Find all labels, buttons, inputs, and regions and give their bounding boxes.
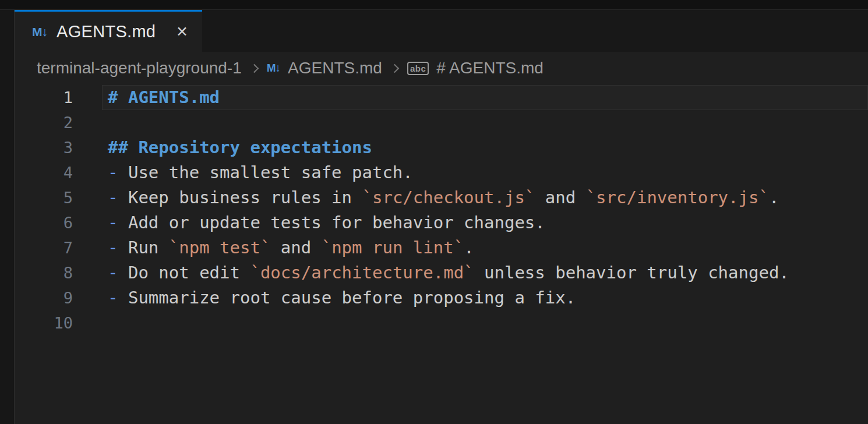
tab-agents-md[interactable]: M↓ AGENTS.md ✕ — [15, 10, 202, 52]
code-segment: Keep business rules in — [118, 188, 362, 207]
line-content[interactable] — [102, 310, 868, 335]
code-segment: and — [535, 188, 585, 207]
code-segment: Use the smallest safe patch. — [118, 162, 412, 182]
code-segment: `npm run lint` — [322, 238, 464, 257]
code-line: 3 ## Repository expectations — [15, 135, 868, 160]
line-number[interactable]: 5 — [15, 185, 73, 210]
line-number[interactable]: 2 — [15, 110, 73, 135]
code-line: 6 - Add or update tests for behavior cha… — [15, 210, 868, 235]
breadcrumb-item-symbol[interactable]: # AGENTS.md — [436, 59, 544, 77]
line-number[interactable]: 10 — [15, 310, 73, 335]
line-content[interactable]: - Summarize root cause before proposing … — [102, 285, 868, 310]
line-number[interactable]: 9 — [15, 285, 73, 310]
line-number[interactable]: 4 — [15, 160, 73, 185]
sidebar-edge — [0, 10, 15, 424]
code-segment: `npm test` — [169, 238, 271, 257]
line-number[interactable]: 6 — [15, 210, 73, 235]
code-segment: `docs/architecture.md` — [250, 263, 474, 282]
breadcrumb-item-file[interactable]: AGENTS.md — [288, 59, 382, 77]
code-segment: # AGENTS.md — [108, 87, 220, 107]
code-segment: - — [108, 238, 118, 257]
code-line: 1 # AGENTS.md — [15, 85, 868, 110]
chevron-right-icon — [390, 63, 400, 73]
code-segment: Summarize root cause before proposing a … — [118, 288, 576, 308]
chevron-right-icon — [249, 63, 259, 73]
code-segment: `src/inventory.js` — [586, 188, 769, 207]
line-content[interactable] — [102, 110, 868, 135]
markdown-icon: M↓ — [32, 25, 47, 39]
code-segment: and — [270, 238, 321, 257]
code-line: 7 - Run `npm test` and `npm run lint`. — [15, 235, 868, 260]
code-segment: ## Repository expectations — [108, 137, 372, 157]
editor-group: M↓ AGENTS.md ✕ terminal-agent-playground… — [15, 10, 868, 424]
code-line: 10 — [15, 310, 868, 335]
code-segment: - — [108, 213, 118, 232]
line-content[interactable]: - Run `npm test` and `npm run lint`. — [102, 235, 868, 260]
code-segment: - — [108, 288, 118, 308]
code-segment: . — [769, 188, 779, 207]
line-content[interactable]: - Keep business rules in `src/checkout.j… — [102, 185, 868, 210]
markdown-icon: M↓ — [267, 62, 280, 75]
line-number[interactable]: 7 — [15, 235, 73, 260]
code-segment: Run — [118, 238, 168, 257]
line-content[interactable]: - Add or update tests for behavior chang… — [102, 210, 868, 235]
code-segment: `src/checkout.js` — [362, 188, 535, 207]
code-segment: Add or update tests for behavior changes… — [118, 213, 545, 232]
code-segment: Do not edit — [118, 263, 250, 282]
close-icon[interactable]: ✕ — [175, 23, 189, 40]
line-number[interactable]: 1 — [15, 85, 73, 110]
breadcrumb: terminal-agent-playground-1 M↓ AGENTS.md… — [15, 52, 868, 84]
code-segment: unless behavior truly changed. — [474, 263, 789, 282]
code-segment: - — [108, 188, 118, 207]
code-line: 2 — [15, 110, 868, 135]
code-line: 8 - Do not edit `docs/architecture.md` u… — [15, 260, 868, 285]
code-lines: 1 # AGENTS.md 2 3 ## Repository expectat… — [15, 85, 868, 335]
code-line: 4 - Use the smallest safe patch. — [15, 160, 868, 185]
line-content[interactable]: # AGENTS.md — [102, 85, 868, 110]
code-segment: - — [108, 263, 118, 282]
line-content[interactable]: - Use the smallest safe patch. — [102, 160, 868, 185]
code-line: 9 - Summarize root cause before proposin… — [15, 285, 868, 310]
tab-bar: M↓ AGENTS.md ✕ — [15, 10, 868, 52]
line-number[interactable]: 3 — [15, 135, 73, 160]
line-number[interactable]: 8 — [15, 260, 73, 285]
code-segment: - — [108, 162, 118, 182]
code-line: 5 - Keep business rules in `src/checkout… — [15, 185, 868, 210]
symbol-string-icon: abc — [407, 62, 429, 75]
code-segment: . — [464, 238, 474, 257]
code-editor[interactable]: 1 # AGENTS.md 2 3 ## Repository expectat… — [15, 84, 868, 335]
window-top-strip — [0, 0, 868, 10]
breadcrumb-item-folder[interactable]: terminal-agent-playground-1 — [37, 59, 242, 77]
line-content[interactable]: ## Repository expectations — [102, 135, 868, 160]
tab-label: AGENTS.md — [57, 22, 165, 41]
line-content[interactable]: - Do not edit `docs/architecture.md` unl… — [102, 260, 868, 285]
